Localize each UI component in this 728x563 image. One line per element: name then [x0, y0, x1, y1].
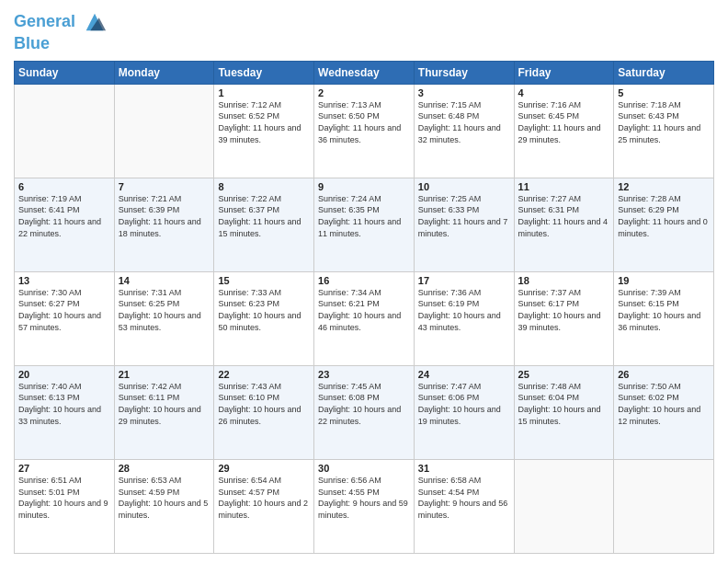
day-info: Sunrise: 6:56 AM Sunset: 4:55 PM Dayligh… — [318, 475, 410, 521]
day-number: 8 — [218, 181, 310, 192]
day-number: 30 — [318, 463, 410, 474]
day-number: 21 — [119, 369, 210, 380]
calendar-cell: 12Sunrise: 7:28 AM Sunset: 6:29 PM Dayli… — [614, 178, 714, 271]
day-number: 14 — [119, 275, 210, 286]
calendar-cell: 24Sunrise: 7:47 AM Sunset: 6:06 PM Dayli… — [414, 365, 514, 459]
day-number: 19 — [618, 275, 710, 286]
day-number: 6 — [18, 181, 110, 192]
day-info: Sunrise: 7:21 AM Sunset: 6:39 PM Dayligh… — [119, 193, 210, 239]
calendar-cell: 5Sunrise: 7:18 AM Sunset: 6:43 PM Daylig… — [614, 84, 714, 178]
day-info: Sunrise: 7:40 AM Sunset: 6:13 PM Dayligh… — [18, 381, 110, 427]
day-info: Sunrise: 7:45 AM Sunset: 6:08 PM Dayligh… — [318, 381, 410, 427]
calendar-cell: 19Sunrise: 7:39 AM Sunset: 6:15 PM Dayli… — [614, 271, 714, 365]
day-info: Sunrise: 7:50 AM Sunset: 6:02 PM Dayligh… — [618, 381, 710, 427]
day-number: 3 — [418, 87, 510, 98]
day-info: Sunrise: 7:43 AM Sunset: 6:10 PM Dayligh… — [218, 381, 310, 427]
column-header-wednesday: Wednesday — [314, 61, 415, 84]
day-info: Sunrise: 7:39 AM Sunset: 6:15 PM Dayligh… — [618, 287, 710, 333]
column-header-saturday: Saturday — [614, 61, 714, 84]
day-info: Sunrise: 7:19 AM Sunset: 6:41 PM Dayligh… — [18, 193, 110, 239]
day-number: 16 — [318, 275, 410, 286]
day-number: 13 — [18, 275, 110, 286]
calendar-cell — [15, 84, 115, 178]
calendar-cell: 1Sunrise: 7:12 AM Sunset: 6:52 PM Daylig… — [214, 84, 314, 178]
day-info: Sunrise: 7:16 AM Sunset: 6:45 PM Dayligh… — [518, 99, 610, 145]
calendar-week-5: 27Sunrise: 6:51 AM Sunset: 5:01 PM Dayli… — [15, 459, 714, 553]
calendar-cell: 28Sunrise: 6:53 AM Sunset: 4:59 PM Dayli… — [114, 459, 214, 553]
column-header-friday: Friday — [514, 61, 614, 84]
day-number: 10 — [418, 181, 510, 192]
day-number: 26 — [618, 369, 710, 380]
day-info: Sunrise: 7:25 AM Sunset: 6:33 PM Dayligh… — [418, 193, 510, 239]
calendar-cell — [514, 459, 614, 553]
day-info: Sunrise: 7:48 AM Sunset: 6:04 PM Dayligh… — [518, 381, 610, 427]
calendar-cell: 21Sunrise: 7:42 AM Sunset: 6:11 PM Dayli… — [114, 365, 214, 459]
calendar-week-1: 1Sunrise: 7:12 AM Sunset: 6:52 PM Daylig… — [15, 84, 714, 178]
day-number: 15 — [218, 275, 310, 286]
calendar-cell: 18Sunrise: 7:37 AM Sunset: 6:17 PM Dayli… — [514, 271, 614, 365]
column-header-sunday: Sunday — [15, 61, 115, 84]
day-number: 9 — [318, 181, 410, 192]
day-number: 2 — [318, 87, 410, 98]
calendar-cell: 2Sunrise: 7:13 AM Sunset: 6:50 PM Daylig… — [314, 84, 415, 178]
calendar-cell: 6Sunrise: 7:19 AM Sunset: 6:41 PM Daylig… — [15, 178, 115, 271]
calendar-cell: 29Sunrise: 6:54 AM Sunset: 4:57 PM Dayli… — [214, 459, 314, 553]
day-info: Sunrise: 6:54 AM Sunset: 4:57 PM Dayligh… — [218, 475, 310, 521]
day-info: Sunrise: 7:34 AM Sunset: 6:21 PM Dayligh… — [318, 287, 410, 333]
day-info: Sunrise: 7:31 AM Sunset: 6:25 PM Dayligh… — [119, 287, 210, 333]
column-header-monday: Monday — [114, 61, 214, 84]
calendar-cell: 26Sunrise: 7:50 AM Sunset: 6:02 PM Dayli… — [614, 365, 714, 459]
calendar-cell: 25Sunrise: 7:48 AM Sunset: 6:04 PM Dayli… — [514, 365, 614, 459]
day-number: 29 — [218, 463, 310, 474]
logo-icon — [82, 9, 108, 35]
day-info: Sunrise: 7:12 AM Sunset: 6:52 PM Dayligh… — [218, 99, 310, 145]
page: General Blue SundayMondayTuesdayWednesda… — [0, 0, 728, 563]
calendar-cell: 8Sunrise: 7:22 AM Sunset: 6:37 PM Daylig… — [214, 178, 314, 271]
day-number: 22 — [218, 369, 310, 380]
day-info: Sunrise: 7:22 AM Sunset: 6:37 PM Dayligh… — [218, 193, 310, 239]
day-info: Sunrise: 7:42 AM Sunset: 6:11 PM Dayligh… — [119, 381, 210, 427]
calendar-cell: 27Sunrise: 6:51 AM Sunset: 5:01 PM Dayli… — [15, 459, 115, 553]
calendar-week-4: 20Sunrise: 7:40 AM Sunset: 6:13 PM Dayli… — [15, 365, 714, 459]
day-number: 28 — [119, 463, 210, 474]
day-number: 11 — [518, 181, 610, 192]
column-header-thursday: Thursday — [414, 61, 514, 84]
column-header-tuesday: Tuesday — [214, 61, 314, 84]
calendar-cell: 20Sunrise: 7:40 AM Sunset: 6:13 PM Dayli… — [15, 365, 115, 459]
day-number: 12 — [618, 181, 710, 192]
day-number: 31 — [418, 463, 510, 474]
calendar-cell — [614, 459, 714, 553]
day-number: 23 — [318, 369, 410, 380]
day-info: Sunrise: 7:18 AM Sunset: 6:43 PM Dayligh… — [618, 99, 710, 145]
day-number: 1 — [218, 87, 310, 98]
calendar-cell: 30Sunrise: 6:56 AM Sunset: 4:55 PM Dayli… — [314, 459, 415, 553]
calendar-cell: 17Sunrise: 7:36 AM Sunset: 6:19 PM Dayli… — [414, 271, 514, 365]
day-number: 18 — [518, 275, 610, 286]
calendar-cell: 15Sunrise: 7:33 AM Sunset: 6:23 PM Dayli… — [214, 271, 314, 365]
day-info: Sunrise: 7:27 AM Sunset: 6:31 PM Dayligh… — [518, 193, 610, 239]
day-info: Sunrise: 7:33 AM Sunset: 6:23 PM Dayligh… — [218, 287, 310, 333]
day-number: 27 — [18, 463, 110, 474]
day-info: Sunrise: 7:37 AM Sunset: 6:17 PM Dayligh… — [518, 287, 610, 333]
day-info: Sunrise: 7:15 AM Sunset: 6:48 PM Dayligh… — [418, 99, 510, 145]
calendar-cell: 23Sunrise: 7:45 AM Sunset: 6:08 PM Dayli… — [314, 365, 415, 459]
logo: General Blue — [14, 9, 108, 53]
day-number: 17 — [418, 275, 510, 286]
day-info: Sunrise: 6:53 AM Sunset: 4:59 PM Dayligh… — [119, 475, 210, 521]
day-number: 7 — [119, 181, 210, 192]
calendar-cell: 31Sunrise: 6:58 AM Sunset: 4:54 PM Dayli… — [414, 459, 514, 553]
calendar-cell: 14Sunrise: 7:31 AM Sunset: 6:25 PM Dayli… — [114, 271, 214, 365]
calendar-cell: 10Sunrise: 7:25 AM Sunset: 6:33 PM Dayli… — [414, 178, 514, 271]
calendar-cell — [114, 84, 214, 178]
day-info: Sunrise: 7:13 AM Sunset: 6:50 PM Dayligh… — [318, 99, 410, 145]
day-info: Sunrise: 7:30 AM Sunset: 6:27 PM Dayligh… — [18, 287, 110, 333]
calendar-cell: 3Sunrise: 7:15 AM Sunset: 6:48 PM Daylig… — [414, 84, 514, 178]
day-info: Sunrise: 6:58 AM Sunset: 4:54 PM Dayligh… — [418, 475, 510, 521]
day-number: 20 — [18, 369, 110, 380]
calendar-week-2: 6Sunrise: 7:19 AM Sunset: 6:41 PM Daylig… — [15, 178, 714, 271]
calendar-week-3: 13Sunrise: 7:30 AM Sunset: 6:27 PM Dayli… — [15, 271, 714, 365]
calendar-header-row: SundayMondayTuesdayWednesdayThursdayFrid… — [15, 61, 714, 84]
calendar-cell: 7Sunrise: 7:21 AM Sunset: 6:39 PM Daylig… — [114, 178, 214, 271]
header: General Blue — [14, 9, 714, 53]
day-info: Sunrise: 7:36 AM Sunset: 6:19 PM Dayligh… — [418, 287, 510, 333]
